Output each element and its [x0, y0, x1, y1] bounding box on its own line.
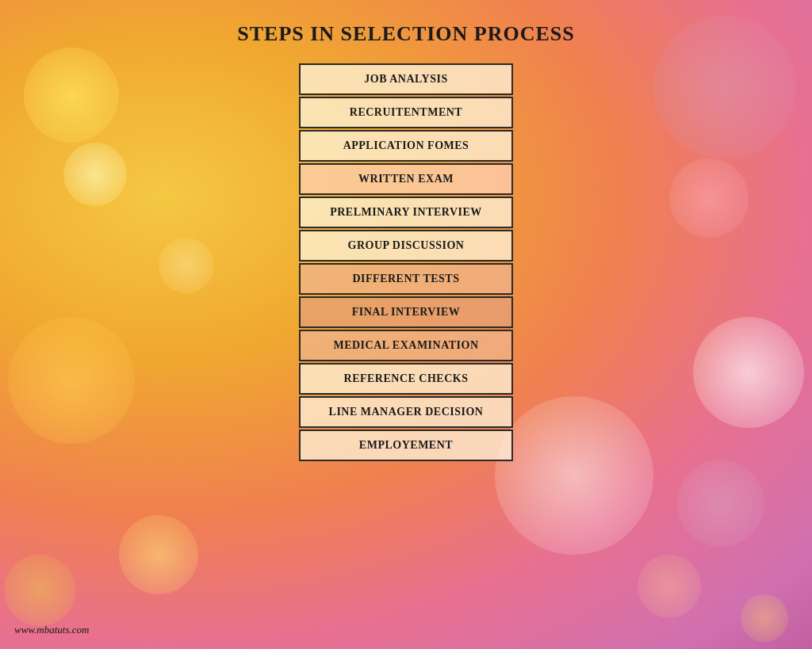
step-box-4: WRITTEN EXAM — [299, 163, 513, 195]
step-box-1: JOB ANALYSIS — [299, 63, 513, 95]
step-box-2: RECRUITENTMENT — [299, 97, 513, 128]
step-box-8: FINAL INTERVIEW — [299, 296, 513, 328]
main-content: STEPS IN SELECTION PROCESS JOB ANALYSISR… — [0, 0, 812, 463]
steps-container: JOB ANALYSISRECRUITENTMENTAPPLICATION FO… — [287, 63, 525, 463]
step-box-3: APPLICATION FOMES — [299, 130, 513, 162]
watermark: www.mbatuts.com — [14, 624, 89, 636]
step-box-9: MEDICAL EXAMINATION — [299, 330, 513, 361]
page-title: STEPS IN SELECTION PROCESS — [237, 22, 575, 46]
step-box-6: GROUP DISCUSSION — [299, 230, 513, 262]
step-box-12: EMPLOYEMENT — [299, 429, 513, 461]
step-box-5: PRELMINARY INTERVIEW — [299, 197, 513, 228]
step-box-11: LINE MANAGER DECISION — [299, 396, 513, 428]
step-box-7: DIFFERENT TESTS — [299, 263, 513, 295]
step-box-10: REFERENCE CHECKS — [299, 363, 513, 395]
